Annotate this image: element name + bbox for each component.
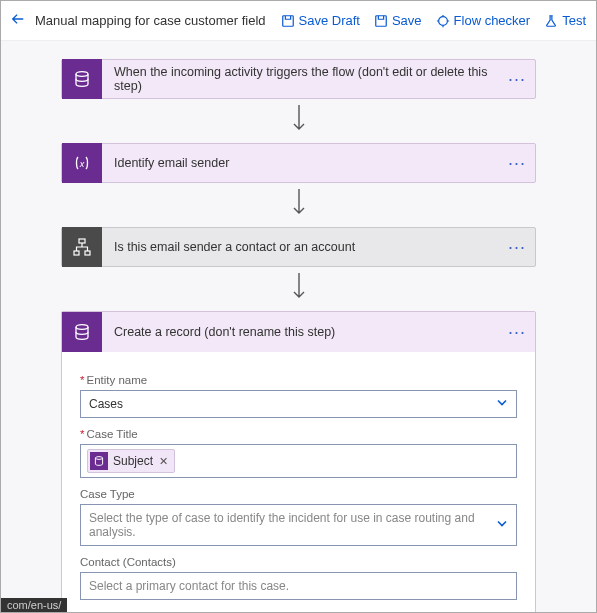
header-actions: Save Draft Save Flow checker Test xyxy=(281,13,586,28)
svg-text:x: x xyxy=(79,159,85,169)
entity-value: Cases xyxy=(89,397,123,411)
flow-canvas: When the incoming activity triggers the … xyxy=(1,41,596,612)
svg-rect-5 xyxy=(79,239,85,243)
svg-rect-6 xyxy=(74,251,79,255)
test-label: Test xyxy=(562,13,586,28)
arrow-icon xyxy=(61,267,536,311)
case-title-input[interactable]: Subject ✕ xyxy=(80,444,517,478)
step-trigger-title: When the incoming activity triggers the … xyxy=(102,65,499,93)
case-type-label: Case Type xyxy=(80,488,517,500)
step-menu-icon[interactable]: ··· xyxy=(499,237,535,258)
flow-checker-label: Flow checker xyxy=(454,13,531,28)
save-button[interactable]: Save xyxy=(374,13,422,28)
save-label: Save xyxy=(392,13,422,28)
case-type-select[interactable]: Select the type of case to identify the … xyxy=(80,504,517,546)
step-trigger[interactable]: When the incoming activity triggers the … xyxy=(61,59,536,99)
entity-label: *Entity name xyxy=(80,374,517,386)
step-menu-icon[interactable]: ··· xyxy=(499,153,535,174)
case-title-label: *Case Title xyxy=(80,428,517,440)
step-create-header[interactable]: Create a record (don't rename this step)… xyxy=(62,312,535,352)
arrow-icon xyxy=(61,183,536,227)
svg-point-8 xyxy=(76,325,88,330)
step-condition[interactable]: Is this email sender a contact or an acc… xyxy=(61,227,536,267)
svg-point-9 xyxy=(95,457,102,460)
save-draft-button[interactable]: Save Draft xyxy=(281,13,360,28)
create-form: *Entity name Cases *Case Title Subject ✕… xyxy=(62,352,535,612)
back-icon[interactable] xyxy=(11,12,25,29)
customer-accounts-label: Customer (Accounts) xyxy=(80,610,517,612)
database-icon xyxy=(62,59,102,99)
remove-token-icon[interactable]: ✕ xyxy=(159,455,168,468)
subject-token[interactable]: Subject ✕ xyxy=(87,449,175,473)
step-condition-title: Is this email sender a contact or an acc… xyxy=(102,240,499,254)
save-draft-label: Save Draft xyxy=(299,13,360,28)
chevron-down-icon xyxy=(496,397,508,412)
arrow-icon xyxy=(61,99,536,143)
flow-checker-button[interactable]: Flow checker xyxy=(436,13,531,28)
subject-token-label: Subject xyxy=(113,454,153,468)
database-icon xyxy=(62,312,102,352)
contact-placeholder: Select a primary contact for this case. xyxy=(89,579,289,593)
svg-rect-0 xyxy=(282,15,293,26)
variable-icon: x xyxy=(62,143,102,183)
contact-input[interactable]: Select a primary contact for this case. xyxy=(80,572,517,600)
step-identify-title: Identify email sender xyxy=(102,156,499,170)
step-menu-icon[interactable]: ··· xyxy=(499,69,535,90)
step-create-title: Create a record (don't rename this step) xyxy=(102,325,499,339)
page-title: Manual mapping for case customer field xyxy=(35,13,281,28)
test-button[interactable]: Test xyxy=(544,13,586,28)
condition-icon xyxy=(62,227,102,267)
svg-rect-7 xyxy=(85,251,90,255)
database-icon xyxy=(90,452,108,470)
contact-label: Contact (Contacts) xyxy=(80,556,517,568)
step-identify[interactable]: x Identify email sender ··· xyxy=(61,143,536,183)
svg-point-3 xyxy=(76,72,88,77)
chevron-down-icon xyxy=(496,518,508,533)
step-create-card: Create a record (don't rename this step)… xyxy=(61,311,536,612)
status-url-fragment: com/en-us/ xyxy=(1,598,67,612)
svg-rect-1 xyxy=(376,15,387,26)
step-menu-icon[interactable]: ··· xyxy=(499,322,535,343)
case-type-placeholder: Select the type of case to identify the … xyxy=(89,511,475,539)
entity-select[interactable]: Cases xyxy=(80,390,517,418)
app-header: Manual mapping for case customer field S… xyxy=(1,1,596,41)
svg-point-2 xyxy=(438,16,447,25)
